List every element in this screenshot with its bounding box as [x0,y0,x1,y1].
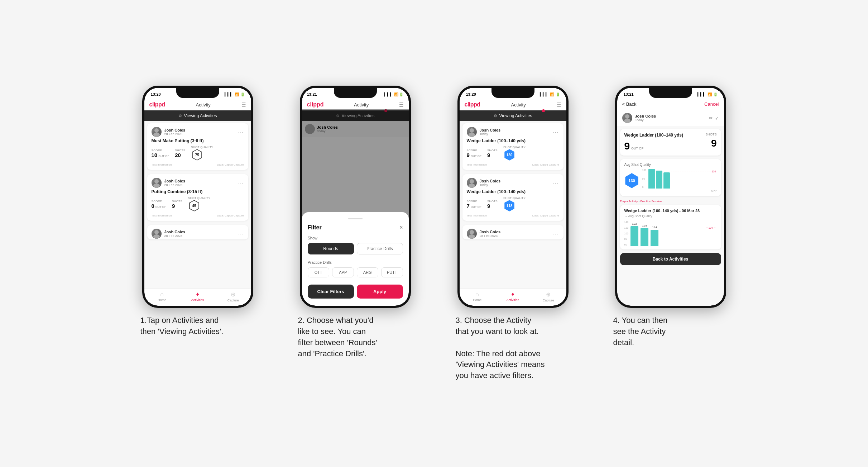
phone-4: 13:21 ▎▎▎ 📶 🔋 < Back Cancel [615,86,726,308]
app-logo-3: clippd [465,101,480,108]
toggle-practice-drills[interactable]: Practice Drills [357,243,403,254]
nav-home-3[interactable]: ⌂ Home [460,291,495,302]
detail-score-4: 9 [624,140,630,152]
nav-capture-3[interactable]: ⊕ Capture [531,291,566,302]
more-dots-3-2[interactable]: ··· [553,180,559,186]
caption-2: 2. Choose what you'dlike to see. You can… [298,315,413,359]
signal-4: ▎▎▎ [697,92,706,96]
detail-user-date-4: Today [635,118,656,122]
wifi-3: 📶 [550,92,554,96]
home-icon-3: ⌂ [475,291,479,297]
nav-activities-3[interactable]: ♦ Activities [495,291,531,302]
expand-icon-4[interactable]: ⤢ [715,115,719,121]
banner-icon-1: ⚙ [178,114,182,118]
filter-title: Filter [308,224,322,231]
svg-point-14 [470,230,474,234]
avatar-3-2 [467,178,477,188]
filter-overlay: Filter × Show Rounds Practice Drills Pra… [302,109,409,306]
time-4: 13:21 [624,92,634,96]
nav-capture-1[interactable]: ⊕ Capture [215,291,251,302]
user-date-1-1: 28 Feb 2023 [164,132,186,136]
more-dots-1-3[interactable]: ··· [238,231,244,237]
menu-icon-1[interactable]: ☰ [241,102,246,108]
wifi-1: 📶 [235,92,239,96]
session-bar-4-1 [630,226,638,246]
activity-card-1-1[interactable]: Josh Coles 28 Feb 2023 ··· Must Make Put… [147,123,248,170]
user-date-3-1: Today [480,132,501,136]
more-dots-1-1[interactable]: ··· [238,129,244,135]
activity-card-3-2[interactable]: Josh Coles Today ··· Wedge Ladder (100–1… [462,174,564,221]
nav-home-1[interactable]: ⌂ Home [144,291,180,302]
caption-3: 3. Choose the Activitythat you want to l… [456,315,570,381]
session-bar-4-3 [651,230,658,246]
out-of-3-1: OUT OF [471,154,481,158]
app-title-1: Activity [196,102,210,108]
nav-activities-1[interactable]: ♦ Activities [180,291,215,302]
battery-1: 🔋 [240,92,245,96]
signal-3: ▎▎▎ [540,92,548,96]
nav-capture-label-1: Capture [227,299,239,302]
footer-right-1-1: Data: Clippd Capture [217,163,244,166]
user-date-3-3: 28 Feb 2023 [480,234,501,238]
user-name-3-3: Josh Coles [480,230,501,234]
sq-label-1-2: Shot Quality [188,196,210,200]
filter-actions: Clear Filters Apply [308,285,403,299]
sq-label-1-1: Shot Quality [191,146,213,149]
drill-putt[interactable]: PUTT [381,267,403,277]
detail-drill-title-4: Wedge Ladder (100–140 yds) [624,133,684,138]
nav-home-label-1: Home [158,298,166,302]
viewing-banner-1[interactable]: ⚙ Viewing Activities [144,110,251,121]
filter-close-btn[interactable]: × [399,224,403,231]
session-ref-val-4: 124 [709,227,713,229]
chart-ref-val-4: 130 [712,170,716,173]
viewing-banner-3[interactable]: ⚙ Viewing Activities [460,110,566,121]
battery-3: 🔋 [556,92,560,96]
phone-notch-4 [649,88,692,98]
footer-left-3-2: Test Information [467,214,487,217]
score-val-1-2: 0 [152,203,154,209]
svg-point-12 [469,184,475,188]
app-header-1: clippd Activity ☰ [144,99,251,110]
activity-card-1-3[interactable]: Josh Coles 28 Feb 2023 ··· [147,225,248,239]
shots-label-4: Shots [705,133,716,136]
more-dots-3-3[interactable]: ··· [553,231,559,237]
drill-name-3-1: Wedge Ladder (100–140 yds) [467,138,559,143]
back-btn-4[interactable]: < Back [622,101,637,107]
nav-home-label-3: Home [473,298,481,302]
menu-icon-3[interactable]: ☰ [557,102,561,108]
more-dots-3-1[interactable]: ··· [553,129,559,135]
detail-shots-4: 9 [705,138,716,149]
shots-label-3-1: Shots [487,149,498,152]
phone-content-3: Josh Coles Today ··· Wedge Ladder (100–1… [460,121,566,289]
footer-right-3-2: Data: Clippd Capture [532,214,559,217]
banner-icon-3: ⚙ [494,114,497,118]
apply-btn[interactable]: Apply [357,285,403,299]
session-subtitle-4: → Avg Shot Quality [624,214,717,218]
edit-icon-4[interactable]: ✏ [709,115,713,121]
status-icons-4: ▎▎▎ 📶 🔋 [697,92,718,96]
user-name-1-3: Josh Coles [164,230,186,234]
activity-card-3-1[interactable]: Josh Coles Today ··· Wedge Ladder (100–1… [462,123,564,170]
drill-name-1-1: Must Make Putting (3-6 ft) [152,138,244,143]
filter-drag-handle[interactable] [348,218,363,219]
shots-val-3-1: 9 [487,152,498,158]
drill-app[interactable]: APP [332,267,354,277]
more-dots-1-2[interactable]: ··· [238,180,244,186]
filter-modal: Filter × Show Rounds Practice Drills Pra… [302,212,409,306]
cancel-btn-4[interactable]: Cancel [704,101,719,107]
activity-card-1-2[interactable]: Josh Coles 28 Feb 2023 ··· Putting Combi… [147,174,248,221]
drill-ott[interactable]: OTT [308,267,330,277]
drill-arg[interactable]: ARG [357,267,379,277]
back-to-activities-btn-4[interactable]: Back to Activities [620,253,721,265]
shots-val-3-2: 9 [487,203,498,209]
score-val-3-1: 9 [467,152,470,158]
wifi-4: 📶 [708,92,712,96]
activity-card-3-3[interactable]: Josh Coles 28 Feb 2023 ··· [462,225,564,239]
app-logo-1: clippd [149,101,165,108]
out-of-3-2: OUT OF [471,205,481,209]
toggle-rounds[interactable]: Rounds [308,243,354,254]
avatar-3-3 [467,229,477,239]
footer-left-3-1: Test Information [467,163,487,166]
detail-user-name-4: Josh Coles [635,114,656,118]
clear-filters-btn[interactable]: Clear Filters [308,285,354,299]
